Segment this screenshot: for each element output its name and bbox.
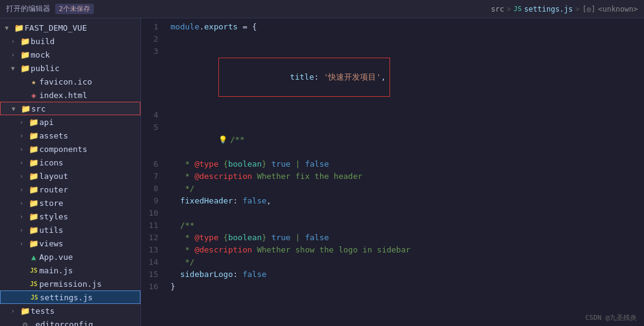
breadcrumb-file: settings.js	[524, 5, 573, 13]
line-number: 3	[141, 45, 166, 58]
sidebar-item-mock[interactable]: › 📁 mock	[0, 48, 140, 61]
code-editor[interactable]: 1 module.exports = { 2 3 title: '快速开发项目'…	[141, 18, 644, 326]
code-line-14: 14 */	[141, 256, 644, 268]
folder-icon: 📁	[20, 37, 31, 46]
folder-icon: 📁	[28, 158, 39, 167]
line-number: 9	[141, 195, 166, 207]
sidebar-item-appvue[interactable]: ▲ App.vue	[0, 250, 140, 263]
sidebar-item-favicon[interactable]: ★ favicon.ico	[0, 75, 140, 88]
settingsjs-label: settings.js	[40, 293, 93, 302]
sidebar-item-utils[interactable]: › 📁 utils	[0, 223, 140, 237]
line-content: sidebarLogo: false	[166, 268, 644, 281]
code-line-16: 16 }	[141, 281, 644, 293]
breadcrumb-src: src	[491, 5, 504, 13]
line-content: module.exports = {	[166, 21, 644, 33]
line-number: 1	[141, 21, 166, 33]
router-arrow: ›	[20, 186, 28, 193]
folder-icon: 📁	[20, 64, 31, 73]
line-number: 15	[141, 268, 166, 281]
public-arrow: ▼	[11, 65, 20, 72]
breadcrumb-sep2: >	[575, 5, 580, 13]
line-content: */	[166, 183, 644, 195]
top-bar: 打开的编辑器 2个未保存 src > JS settings.js > [◎] …	[0, 0, 644, 18]
star-icon: ★	[28, 77, 39, 86]
line-number: 11	[141, 219, 166, 232]
sidebar-item-indexhtml[interactable]: ◈ index.html	[0, 88, 140, 102]
html-icon: ◈	[28, 91, 39, 100]
folder-icon: 📁	[28, 172, 39, 181]
root-label: FAST_DEMO_VUE	[25, 23, 87, 32]
folder-icon: 📁	[28, 212, 39, 221]
sidebar-item-tests[interactable]: › 📁 tests	[0, 304, 140, 317]
folder-icon: 📁	[28, 226, 39, 235]
sidebar-item-views[interactable]: › 📁 views	[0, 237, 140, 250]
api-label: api	[39, 118, 53, 127]
mock-arrow: ›	[11, 51, 20, 58]
js-icon: JS	[28, 267, 39, 274]
folder-icon: 📁	[28, 239, 39, 248]
sidebar-item-editorconfig[interactable]: ⚙ .editorconfig	[0, 317, 140, 326]
line-content: /**	[166, 219, 644, 232]
js-icon: JS	[29, 294, 40, 301]
file-icon: ⚙	[20, 320, 31, 327]
sidebar-item-components[interactable]: › 📁 components	[0, 142, 140, 156]
folder-icon: 📁	[28, 185, 39, 194]
styles-arrow: ›	[20, 213, 28, 220]
sidebar-item-settingsjs[interactable]: JS settings.js	[0, 290, 140, 304]
root-icon: 📁	[13, 23, 25, 32]
sidebar-item-public[interactable]: ▼ 📁 public	[0, 61, 140, 75]
folder-icon: 📁	[28, 118, 39, 127]
line-content: * @description Whether show the logo in …	[166, 244, 644, 256]
line-content: * @description Whether fix the header	[166, 170, 644, 183]
code-line-10: 10	[141, 207, 644, 219]
line-number: 12	[141, 232, 166, 244]
sidebar-item-permissionjs[interactable]: JS permission.js	[0, 277, 140, 290]
code-line-1: 1 module.exports = {	[141, 21, 644, 33]
line-number: 5	[141, 121, 166, 134]
code-line-5: 5 💡/**	[141, 121, 644, 158]
code-line-4: 4	[141, 109, 644, 121]
sidebar-item-icons[interactable]: › 📁 icons	[0, 156, 140, 169]
line-number: 4	[141, 109, 166, 121]
layout-label: layout	[39, 172, 68, 181]
appvue-label: App.vue	[39, 252, 73, 262]
folder-icon: 📁	[28, 199, 39, 208]
src-label: src	[31, 104, 45, 113]
store-arrow: ›	[20, 200, 28, 207]
tests-arrow: ›	[11, 308, 20, 314]
code-line-12: 12 * @type {boolean} true | false	[141, 232, 644, 244]
line-number: 8	[141, 183, 166, 195]
breadcrumb-js: JS	[513, 5, 521, 13]
sidebar-item-store[interactable]: › 📁 store	[0, 196, 140, 210]
sidebar-item-mainjs[interactable]: JS main.js	[0, 263, 140, 277]
line-number: 2	[141, 33, 166, 45]
sidebar-item-build[interactable]: › 📁 build	[0, 34, 140, 48]
public-label: public	[31, 64, 59, 73]
utils-label: utils	[39, 226, 63, 235]
components-label: components	[39, 145, 87, 154]
file-explorer[interactable]: ▼ 📁 FAST_DEMO_VUE › 📁 build › 📁 mock ▼ 📁…	[0, 18, 141, 326]
views-label: views	[39, 239, 63, 248]
line-number: 13	[141, 244, 166, 256]
comp-arrow: ›	[20, 146, 28, 153]
sidebar-item-assets[interactable]: › 📁 assets	[0, 129, 140, 142]
sidebar-item-router[interactable]: › 📁 router	[0, 183, 140, 196]
watermark: CSDN @九圣残炎	[585, 313, 637, 322]
line-content: * @type {boolean} true | false	[166, 232, 644, 244]
icons-arrow: ›	[20, 159, 28, 166]
sidebar-item-src[interactable]: ▼ 📁 src	[0, 102, 140, 115]
layout-arrow: ›	[20, 173, 28, 180]
sidebar-item-api[interactable]: › 📁 api	[0, 115, 140, 129]
line-number: 10	[141, 207, 166, 219]
tree-root[interactable]: ▼ 📁 FAST_DEMO_VUE	[0, 21, 140, 34]
code-line-13: 13 * @description Whether show the logo …	[141, 244, 644, 256]
line-number: 7	[141, 170, 166, 183]
build-label: build	[31, 37, 55, 46]
styles-label: styles	[39, 212, 68, 221]
utils-arrow: ›	[20, 227, 28, 233]
folder-icon: 📁	[20, 306, 31, 316]
line-content: }	[166, 281, 644, 293]
sidebar-item-layout[interactable]: › 📁 layout	[0, 169, 140, 183]
sidebar-item-styles[interactable]: › 📁 styles	[0, 210, 140, 223]
mock-label: mock	[31, 50, 50, 59]
